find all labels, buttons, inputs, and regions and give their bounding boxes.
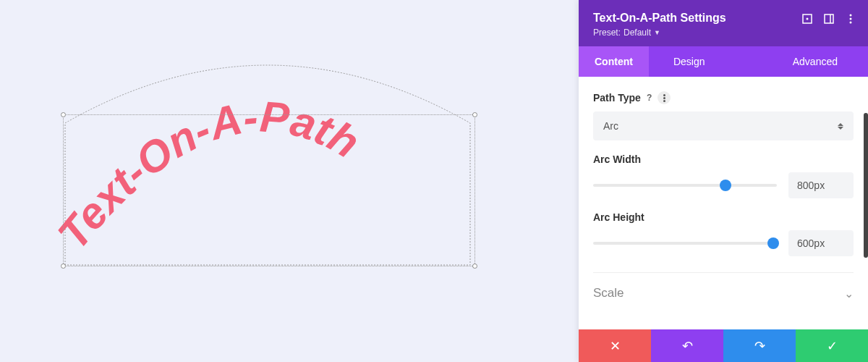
arc-width-slider[interactable]: [593, 184, 777, 187]
arc-height-label: Arc Height: [593, 211, 644, 223]
tab-bar: Content Design Advanced: [579, 46, 868, 77]
svg-point-5: [850, 14, 852, 17]
path-type-label: Path Type: [593, 92, 641, 104]
path-type-select[interactable]: Arc: [593, 111, 854, 140]
panel-body: Path Type ? Arc Arc Width 800px Arc: [579, 77, 868, 329]
redo-button[interactable]: ↷: [723, 329, 796, 362]
panel-header: Text-On-A-Path Settings Preset: Default …: [579, 0, 868, 46]
resize-handle-bottom-left[interactable]: [61, 264, 66, 269]
tab-content[interactable]: Content: [579, 46, 649, 77]
arc-width-slider-thumb[interactable]: [720, 180, 731, 191]
arc-width-label: Arc Width: [593, 153, 641, 165]
arc-height-value[interactable]: 600px: [788, 230, 854, 256]
svg-rect-3: [825, 14, 833, 23]
resize-handle-top-left[interactable]: [61, 112, 66, 117]
svg-point-6: [850, 18, 852, 20]
resize-handle-top-right[interactable]: [472, 112, 477, 117]
scale-accordion[interactable]: Scale ⌄: [593, 272, 854, 313]
undo-icon: ↶: [682, 338, 693, 354]
preset-selector[interactable]: Preset: Default ▼: [593, 28, 854, 38]
more-vertical-icon[interactable]: [845, 13, 856, 25]
select-arrows-icon: [838, 123, 843, 130]
tab-advanced[interactable]: Advanced: [777, 46, 854, 77]
check-icon: ✓: [827, 338, 838, 354]
redo-icon: ↷: [754, 338, 765, 354]
field-options-icon[interactable]: [658, 91, 671, 104]
settings-panel: Text-On-A-Path Settings Preset: Default …: [579, 0, 868, 362]
panel-scrollbar[interactable]: [864, 113, 868, 258]
action-bar: ✕ ↶ ↷ ✓: [579, 329, 868, 362]
caret-down-icon: ▼: [654, 29, 660, 36]
close-icon: ✕: [610, 338, 621, 354]
cancel-button[interactable]: ✕: [579, 329, 651, 362]
expand-icon[interactable]: [801, 13, 813, 25]
resize-handle-bottom-right[interactable]: [472, 264, 477, 269]
arc-height-slider-thumb[interactable]: [767, 237, 779, 249]
canvas-area[interactable]: Text-On-A-Path: [0, 0, 579, 362]
chevron-down-icon: ⌄: [844, 287, 854, 300]
undo-button[interactable]: ↶: [651, 329, 723, 362]
tab-design[interactable]: Design: [658, 46, 721, 77]
svg-point-2: [807, 18, 809, 20]
help-icon[interactable]: ?: [647, 93, 652, 103]
arc-height-slider[interactable]: [593, 242, 777, 245]
element-selection-frame[interactable]: [63, 114, 475, 266]
confirm-button[interactable]: ✓: [796, 329, 868, 362]
svg-point-7: [850, 22, 852, 24]
arc-width-value[interactable]: 800px: [788, 172, 854, 198]
panel-dock-icon[interactable]: [823, 13, 835, 25]
